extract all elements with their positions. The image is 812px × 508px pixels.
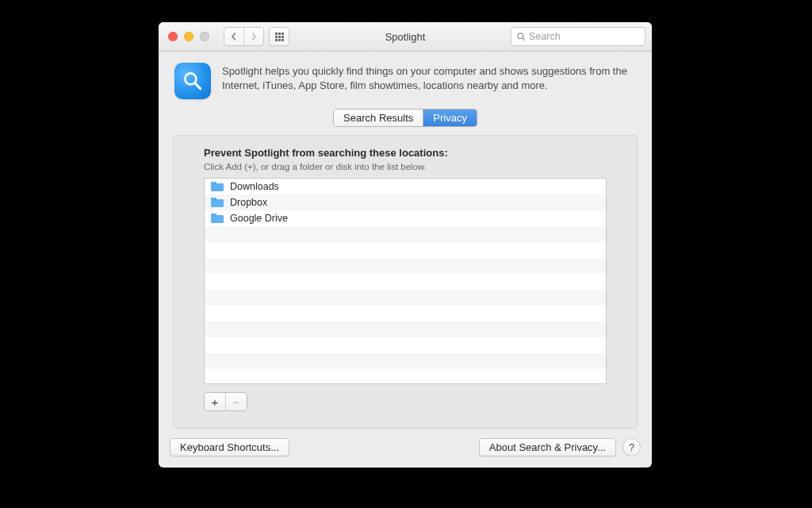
pane-description: Spotlight helps you quickly find things … (222, 64, 634, 92)
back-button[interactable] (224, 28, 243, 45)
folder-icon (211, 214, 224, 223)
folder-icon (211, 182, 224, 191)
magnifier-icon (182, 70, 204, 92)
list-edit-controls: + − (204, 392, 607, 411)
list-item-label: Google Drive (230, 213, 288, 224)
tab-privacy[interactable]: Privacy (423, 110, 477, 126)
list-item[interactable]: Downloads (205, 179, 606, 194)
chevron-right-icon (250, 33, 258, 40)
list-item: . (205, 274, 606, 290)
list-item-label: Downloads (230, 181, 279, 192)
list-item: . (205, 290, 606, 306)
about-search-privacy-button[interactable]: About Search & Privacy... (479, 438, 616, 456)
zoom-window-button[interactable] (200, 32, 209, 41)
list-item: . (205, 226, 606, 242)
grid-icon (275, 33, 284, 41)
chevron-left-icon (230, 33, 238, 40)
privacy-panel: Prevent Spotlight from searching these l… (173, 135, 638, 429)
list-item: . (205, 321, 606, 337)
search-input[interactable] (529, 31, 652, 42)
help-button[interactable]: ? (622, 438, 641, 456)
list-item: . (205, 242, 606, 258)
panel-heading: Prevent Spotlight from searching these l… (204, 147, 607, 159)
list-item: . (205, 306, 606, 321)
show-all-button[interactable] (270, 28, 289, 45)
list-item[interactable]: Google Drive (205, 210, 606, 226)
footer: Keyboard Shortcuts... About Search & Pri… (159, 429, 652, 468)
preferences-window: Spotlight Spotlight helps you quickly fi… (159, 22, 652, 468)
titlebar: Spotlight (159, 22, 652, 52)
search-icon (516, 32, 526, 41)
search-field[interactable] (511, 27, 645, 46)
tab-search-results[interactable]: Search Results (334, 110, 423, 126)
folder-icon (211, 198, 224, 207)
add-button[interactable]: + (205, 393, 225, 410)
pane-header: Spotlight helps you quickly find things … (159, 52, 652, 107)
tab-bar: Search Results Privacy (159, 109, 652, 127)
spotlight-app-icon (174, 63, 211, 99)
remove-button[interactable]: − (225, 393, 247, 410)
svg-line-3 (195, 83, 201, 89)
list-item[interactable]: Dropbox (205, 194, 606, 210)
forward-button[interactable] (243, 28, 263, 45)
toolbar-nav (224, 27, 289, 46)
keyboard-shortcuts-button[interactable]: Keyboard Shortcuts... (170, 438, 289, 456)
list-item: . (205, 353, 606, 369)
list-item: . (205, 369, 606, 384)
list-item-label: Dropbox (230, 197, 267, 208)
list-item: . (205, 337, 606, 353)
window-controls (168, 32, 209, 41)
minimize-window-button[interactable] (184, 32, 193, 41)
close-window-button[interactable] (168, 32, 178, 41)
svg-line-1 (523, 38, 525, 40)
panel-hint: Click Add (+), or drag a folder or disk … (204, 162, 607, 171)
list-item: . (205, 258, 606, 274)
excluded-locations-list[interactable]: DownloadsDropboxGoogle Drive.......... (204, 178, 607, 384)
